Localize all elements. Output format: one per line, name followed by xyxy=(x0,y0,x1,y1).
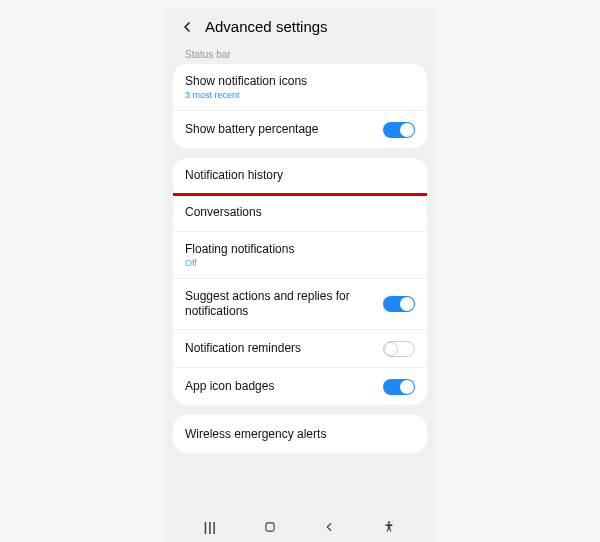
accessibility-icon[interactable] xyxy=(382,520,396,534)
app-icon-badges-row[interactable]: App icon badges xyxy=(173,367,427,405)
navigation-bar: ||| xyxy=(165,510,435,542)
app-icon-badges-toggle[interactable] xyxy=(383,379,415,395)
status-bar-card: Show notification icons 3 most recent Sh… xyxy=(173,64,427,148)
svg-rect-0 xyxy=(266,523,274,531)
app-icon-badges-title: App icon badges xyxy=(185,379,274,394)
notification-reminders-toggle[interactable] xyxy=(383,341,415,357)
show-notification-icons-sub: 3 most recent xyxy=(185,90,307,100)
wireless-emergency-alerts-row[interactable]: Wireless emergency alerts xyxy=(173,415,427,453)
show-notification-icons-title: Show notification icons xyxy=(185,74,307,89)
notification-history-row[interactable]: Notification history xyxy=(173,158,427,196)
notification-reminders-title: Notification reminders xyxy=(185,341,301,356)
show-battery-percentage-row[interactable]: Show battery percentage xyxy=(173,110,427,148)
suggest-actions-toggle[interactable] xyxy=(383,296,415,312)
back-icon[interactable] xyxy=(179,19,195,35)
floating-notifications-row[interactable]: Floating notifications Off xyxy=(173,231,427,278)
suggest-actions-title: Suggest actions and replies for notifica… xyxy=(185,289,365,319)
section-label-status-bar: Status bar xyxy=(173,43,427,64)
battery-toggle[interactable] xyxy=(383,122,415,138)
alerts-card: Wireless emergency alerts xyxy=(173,415,427,453)
back-nav-icon[interactable] xyxy=(322,520,336,534)
header: Advanced settings xyxy=(165,8,435,43)
settings-screen: Advanced settings Status bar Show notifi… xyxy=(165,8,435,542)
notification-reminders-row[interactable]: Notification reminders xyxy=(173,329,427,367)
notification-history-title: Notification history xyxy=(185,168,283,183)
show-battery-percentage-title: Show battery percentage xyxy=(185,122,318,137)
suggest-actions-row[interactable]: Suggest actions and replies for notifica… xyxy=(173,278,427,329)
conversations-row[interactable]: Conversations xyxy=(173,193,427,231)
svg-point-1 xyxy=(388,521,390,523)
content: Status bar Show notification icons 3 mos… xyxy=(165,43,435,510)
show-notification-icons-row[interactable]: Show notification icons 3 most recent xyxy=(173,64,427,110)
main-settings-card: Notification history Conversations Float… xyxy=(173,158,427,405)
floating-notifications-title: Floating notifications xyxy=(185,242,294,257)
page-title: Advanced settings xyxy=(205,18,328,35)
recent-apps-icon[interactable]: ||| xyxy=(204,520,217,534)
conversations-title: Conversations xyxy=(185,205,262,220)
home-icon[interactable] xyxy=(263,520,277,534)
wireless-emergency-alerts-title: Wireless emergency alerts xyxy=(185,427,326,442)
floating-notifications-sub: Off xyxy=(185,258,294,268)
